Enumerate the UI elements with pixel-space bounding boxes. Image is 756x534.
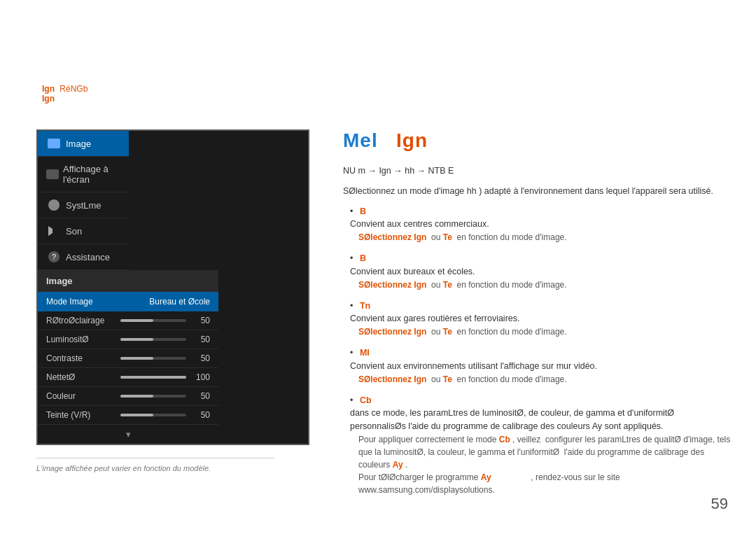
affichage-icon bbox=[46, 169, 59, 180]
bullet-list: B Convient aux centres commerciaux. SØle… bbox=[350, 205, 732, 496]
page-number: 59 bbox=[711, 495, 728, 513]
breadcrumb-icon1: Ign bbox=[42, 84, 55, 94]
bullet-title-1: B bbox=[360, 253, 366, 263]
list-item-0: B Convient aux centres commerciaux. SØle… bbox=[350, 205, 732, 244]
setting-value: 50 bbox=[190, 391, 210, 401]
title-blue: Mel bbox=[343, 129, 378, 151]
bullet-desc-3: Convient aux environnements utilisant l'… bbox=[350, 361, 597, 371]
bar-fill bbox=[120, 319, 153, 322]
dropdown-indicator: ▾ bbox=[38, 425, 218, 444]
content-header: Image bbox=[38, 270, 218, 292]
list-item-4: Cb dans ce mode, les paramLtres de lumin… bbox=[350, 394, 732, 496]
title-orange: Ign bbox=[396, 129, 428, 151]
setting-label: NettetØ bbox=[46, 372, 116, 382]
list-item-1: B Convient aux bureaux et écoles. SØlect… bbox=[350, 252, 732, 291]
display-icon bbox=[46, 138, 62, 149]
mode-label: Mode Image bbox=[46, 297, 93, 307]
gear-icon bbox=[46, 199, 62, 211]
setting-bar bbox=[120, 357, 186, 360]
bullet-desc-2: Convient aux gares routières et ferrovia… bbox=[350, 314, 519, 323]
sidebar-label-systeme: SystLme bbox=[66, 200, 102, 211]
bullet-sub-2: SØlectionnez Ign ou Te en fonction du mo… bbox=[358, 325, 732, 338]
setting-label: Teinte (V/R) bbox=[46, 410, 116, 420]
intro-nav: NU m → Ign → hh → NTB E bbox=[343, 164, 732, 178]
setting-bar bbox=[120, 376, 186, 379]
list-item-2: Tn Convient aux gares routières et ferro… bbox=[350, 300, 732, 339]
menu-box: Image Affichage à l'écran SystLme Son bbox=[36, 129, 309, 445]
mode-value: Bureau et Øcole bbox=[149, 297, 210, 307]
bar-fill bbox=[120, 414, 153, 416]
sidebar-label-affichage: Affichage à l'écran bbox=[63, 164, 120, 185]
breadcrumb-icon2: Ign bbox=[42, 94, 55, 104]
breadcrumb-separator: RéNGb bbox=[59, 84, 88, 94]
list-item-3: MI Convient aux environnements utilisant… bbox=[350, 346, 732, 386]
setting-label: LuminositØ bbox=[46, 335, 116, 344]
setting-value: 50 bbox=[190, 410, 210, 420]
setting-label: Couleur bbox=[46, 391, 116, 401]
setting-bar bbox=[120, 319, 186, 322]
setting-value: 100 bbox=[190, 372, 210, 382]
content-panel: Image Mode Image Bureau et Øcole RØtroØc… bbox=[38, 270, 218, 444]
setting-value: 50 bbox=[190, 335, 210, 344]
setting-value: 50 bbox=[190, 353, 210, 363]
bullet-desc-4: dans ce mode, les paramLtres de luminosi… bbox=[350, 408, 674, 431]
setting-value: 50 bbox=[190, 316, 210, 325]
setting-bar bbox=[120, 414, 186, 416]
bullet-sub-3: SØlectionnez Ign ou Te en fonction du mo… bbox=[358, 373, 732, 386]
bullet-title-2: Tn bbox=[360, 301, 370, 311]
setting-couleur: Couleur 50 bbox=[38, 387, 218, 406]
question-icon: ? bbox=[46, 251, 62, 262]
sound-icon bbox=[46, 225, 62, 237]
bullet-sub-4b: Pour tØlØcharger le programme Ay , rende… bbox=[358, 471, 732, 496]
sidebar-label-image: Image bbox=[66, 139, 91, 149]
sidebar-label-assistance: Assistance bbox=[66, 252, 110, 262]
sidebar-item-systeme[interactable]: SystLme bbox=[38, 192, 129, 218]
setting-teinte: Teinte (V/R) 50 bbox=[38, 406, 218, 425]
setting-label: RØtroØclairage bbox=[46, 316, 116, 325]
bullet-title-4: Cb bbox=[360, 395, 372, 405]
intro-desc: SØlectionnez un mode d'image hh ) adapté… bbox=[343, 185, 732, 198]
setting-contraste: Contraste 50 bbox=[38, 349, 218, 368]
bar-fill bbox=[120, 395, 153, 398]
bullet-sub-1: SØlectionnez Ign ou Te en fonction du mo… bbox=[358, 279, 732, 291]
setting-luminosite: LuminositØ 50 bbox=[38, 330, 218, 349]
sidebar-label-son: Son bbox=[66, 226, 82, 237]
bullet-title-0: B bbox=[360, 206, 366, 216]
mode-row[interactable]: Mode Image Bureau et Øcole bbox=[38, 292, 218, 311]
sidebar-item-assistance[interactable]: ? Assistance bbox=[38, 244, 129, 270]
main-title: Mel Ign bbox=[343, 129, 732, 152]
setting-bar bbox=[120, 395, 186, 398]
menu-panel: Image Affichage à l'écran SystLme Son bbox=[36, 129, 309, 472]
main-content: Mel Ign NU m → Ign → hh → NTB E SØlectio… bbox=[343, 129, 732, 505]
bar-fill bbox=[120, 357, 153, 360]
bar-fill bbox=[120, 376, 186, 379]
bar-fill bbox=[120, 338, 153, 341]
sidebar-item-son[interactable]: Son bbox=[38, 218, 129, 244]
sidebar: Image Affichage à l'écran SystLme Son bbox=[38, 131, 129, 270]
setting-nettete: NettetØ 100 bbox=[38, 368, 218, 387]
bullet-sub-4a: Pour appliquer correctement le mode Cb ,… bbox=[358, 433, 732, 471]
sidebar-item-image[interactable]: Image bbox=[38, 131, 129, 157]
bullet-desc-0: Convient aux centres commerciaux. bbox=[350, 219, 489, 229]
sidebar-item-affichage[interactable]: Affichage à l'écran bbox=[38, 157, 129, 192]
bullet-title-3: MI bbox=[360, 348, 370, 358]
breadcrumb: Ign RéNGb Ign bbox=[42, 84, 90, 104]
setting-retroeclairage: RØtroØclairage 50 bbox=[38, 311, 218, 330]
setting-bar bbox=[120, 338, 186, 341]
bullet-sub-0: SØlectionnez Ign ou Te en fonction du mo… bbox=[358, 231, 732, 244]
menu-note: L'image affichée peut varier en fonction… bbox=[36, 458, 274, 472]
bullet-desc-1: Convient aux bureaux et écoles. bbox=[350, 267, 475, 276]
setting-label: Contraste bbox=[46, 353, 116, 363]
